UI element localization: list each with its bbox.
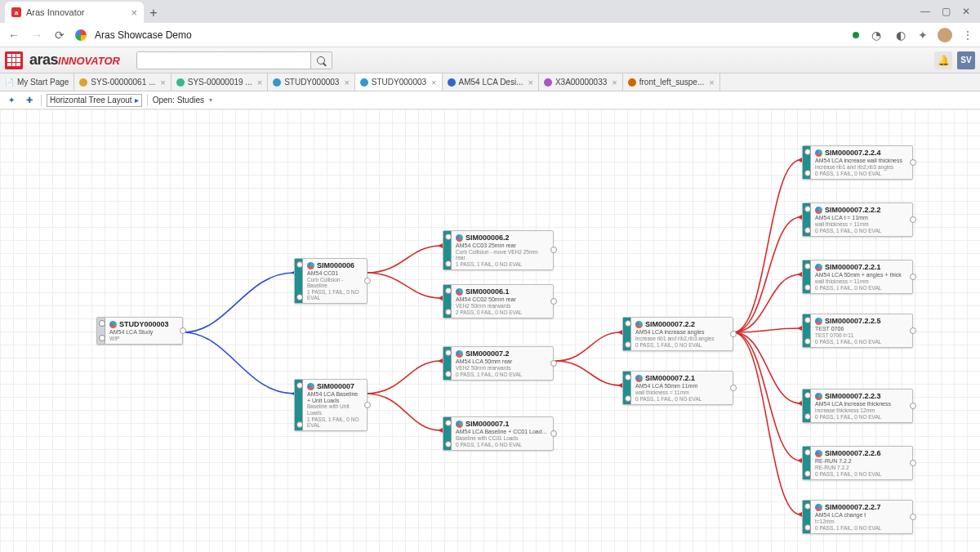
output-port[interactable] [730, 331, 737, 337]
app-tab[interactable]: front_left_suspe...× [623, 73, 720, 91]
app-tab[interactable]: STUDY000003× [268, 73, 355, 91]
forward-icon[interactable]: → [29, 29, 44, 42]
tab-label: My Start Page [17, 78, 69, 87]
node-sim[interactable]: SIM000007.2 AM54 LCA 50mm rear VEH2 50mm… [443, 346, 554, 381]
open-mode-label[interactable]: Open: Studies [153, 96, 204, 105]
extension-icon[interactable]: ◐ [893, 29, 908, 42]
google-icon [75, 29, 87, 41]
minimize-icon[interactable]: — [920, 6, 930, 17]
close-icon[interactable]: × [431, 78, 436, 87]
node-detail: increase rib1 and rib2,rib3 angles [815, 164, 908, 170]
new-tab-button[interactable]: + [144, 3, 163, 23]
back-icon[interactable]: ← [7, 29, 21, 42]
node-status: 0 PASS, 1 FAIL, 0 NO EVAL [815, 471, 908, 477]
node-sim[interactable]: SIM000007.2.2.2 AM54 LCA t = 11mm wall t… [802, 203, 913, 237]
profile-avatar[interactable] [938, 28, 952, 42]
app-logo-icon[interactable] [5, 51, 23, 69]
extension-status-icon[interactable] [853, 32, 859, 38]
layout-select[interactable]: Horizontal Tree Layout ▸ [47, 94, 142, 107]
node-detail: TEST 0706 t=11 [815, 332, 908, 338]
node-sim[interactable]: SIM000007.2.2.6 RE-RUN 7.2.2 RE-RUN 7.2.… [802, 446, 913, 480]
node-sim[interactable]: SIM000007.2.2.4 AM54 LCA increase wall t… [802, 145, 913, 180]
tab-label: STUDY000003 [284, 78, 339, 87]
app-tab[interactable]: SYS-00000061 ...× [74, 73, 171, 91]
node-sim[interactable]: SIM000007.2.2 AM54 LCA increase angles I… [622, 317, 733, 351]
app-tab[interactable]: 📄My Start Page [0, 73, 74, 91]
node-subtitle: TEST 0706 [815, 326, 908, 332]
node-subtitle: RE-RUN 7.2.2 [815, 458, 908, 465]
app-tab[interactable]: X3A00000033× [539, 73, 623, 91]
node-sim[interactable]: SIM000006.1 AM54 CC02 50mm rear VEH2 50m… [443, 284, 554, 318]
app-tab[interactable]: AM54 LCA Desi...× [443, 73, 539, 91]
node-sim[interactable]: SIM000007.2.2.1 AM54 LCA 50mm + angles +… [802, 260, 913, 294]
sim-icon [815, 504, 822, 511]
expand-tree-icon[interactable]: ✦ [5, 94, 18, 107]
output-port[interactable] [180, 327, 186, 334]
extension-icon[interactable]: ◔ [869, 29, 884, 42]
app-logo-text: arasINNOVATOR [29, 51, 120, 69]
chevron-down-icon: ▾ [209, 96, 212, 104]
node-id: SIM000007.2.2.1 [825, 263, 881, 271]
node-sim[interactable]: SIM000007.2.2.3 AM54 LCA increase thickn… [802, 389, 913, 423]
chevron-down-icon: ▸ [135, 96, 139, 105]
node-subtitle: AM54 LCA 50mm rear [456, 358, 549, 365]
node-id: SIM000007.2.2.6 [825, 449, 881, 457]
output-port[interactable] [364, 402, 371, 408]
node-id: SIM000007.2.2.4 [825, 149, 881, 157]
tree-canvas[interactable]: STUDY000003 AM54 LCA Study WIP SIM000006… [0, 109, 980, 552]
notifications-button[interactable]: 🔔 [934, 51, 952, 69]
node-sim[interactable]: SIM000007.1 AM54 LCA Baseline + CC01 Loa… [443, 416, 554, 451]
search-button[interactable] [310, 52, 332, 69]
output-port[interactable] [730, 385, 737, 391]
extensions-icon[interactable]: ✦ [918, 29, 928, 42]
close-icon[interactable]: × [131, 7, 137, 19]
output-port[interactable] [910, 514, 916, 520]
node-sim[interactable]: SIM000007.2.1 AM54 LCA 50mm 11mm wall th… [622, 371, 733, 405]
output-port[interactable] [910, 159, 916, 166]
output-port[interactable] [550, 298, 557, 305]
node-status: 0 PASS, 1 FAIL, 0 NO EVAL [815, 414, 908, 420]
output-port[interactable] [550, 247, 557, 253]
maximize-icon[interactable]: ▢ [942, 6, 951, 17]
app-tab[interactable]: SYS-00000019 ...× [172, 73, 268, 91]
node-sim[interactable]: SIM000006.2 AM54 CC03 25mm rear Curb Col… [443, 230, 554, 270]
output-port[interactable] [550, 360, 557, 367]
tab-type-icon [79, 78, 87, 87]
tab-type-icon [176, 78, 185, 87]
node-subtitle: AM54 CC03 25mm rear [456, 243, 549, 249]
close-icon[interactable]: × [257, 78, 262, 87]
close-icon[interactable]: × [612, 78, 617, 87]
collapse-tree-icon[interactable]: ✚ [23, 94, 36, 107]
node-subtitle: AM54 LCA increase thickness [815, 401, 908, 407]
node-study[interactable]: STUDY000003 AM54 LCA Study WIP [96, 317, 183, 345]
output-port[interactable] [910, 274, 916, 280]
browser-menu-icon[interactable]: ⋮ [962, 29, 973, 42]
close-icon[interactable]: × [160, 78, 165, 87]
tab-type-icon [628, 78, 636, 87]
reload-icon[interactable]: ⟳ [52, 29, 67, 42]
close-icon[interactable]: × [344, 78, 349, 87]
user-badge[interactable]: SV [957, 51, 975, 69]
sim-icon [307, 383, 314, 390]
node-subtitle: AM54 LCA increase angles [635, 329, 728, 336]
tab-type-icon [360, 78, 368, 87]
address-text[interactable]: Aras Showcase Demo [95, 29, 192, 41]
output-port[interactable] [910, 460, 916, 466]
node-sim[interactable]: SIM000006 AM54 CC01 Curb Collision - Bas… [294, 258, 368, 304]
browser-tab[interactable]: a Aras Innovator × [5, 2, 144, 23]
sim-icon [307, 262, 314, 269]
address-bar: ← → ⟳ Aras Showcase Demo ◔ ◐ ✦ ⋮ [0, 23, 980, 47]
output-port[interactable] [910, 403, 916, 409]
close-icon[interactable]: × [528, 78, 532, 87]
close-window-icon[interactable]: ✕ [962, 6, 970, 17]
output-port[interactable] [364, 278, 371, 284]
output-port[interactable] [550, 430, 557, 437]
output-port[interactable] [910, 216, 916, 223]
close-icon[interactable]: × [709, 78, 714, 87]
output-port[interactable] [910, 327, 916, 334]
search-input[interactable] [137, 52, 310, 69]
node-sim[interactable]: SIM000007 AM54 LCA Baseline + Unit Loads… [294, 379, 368, 431]
node-sim[interactable]: SIM000007.2.2.5 TEST 0706 TEST 0706 t=11… [802, 314, 913, 348]
node-sim[interactable]: SIM000007.2.2.7 AM54 LCA change t t=12mm… [802, 500, 913, 534]
app-tab[interactable]: STUDY000003× [355, 73, 443, 91]
